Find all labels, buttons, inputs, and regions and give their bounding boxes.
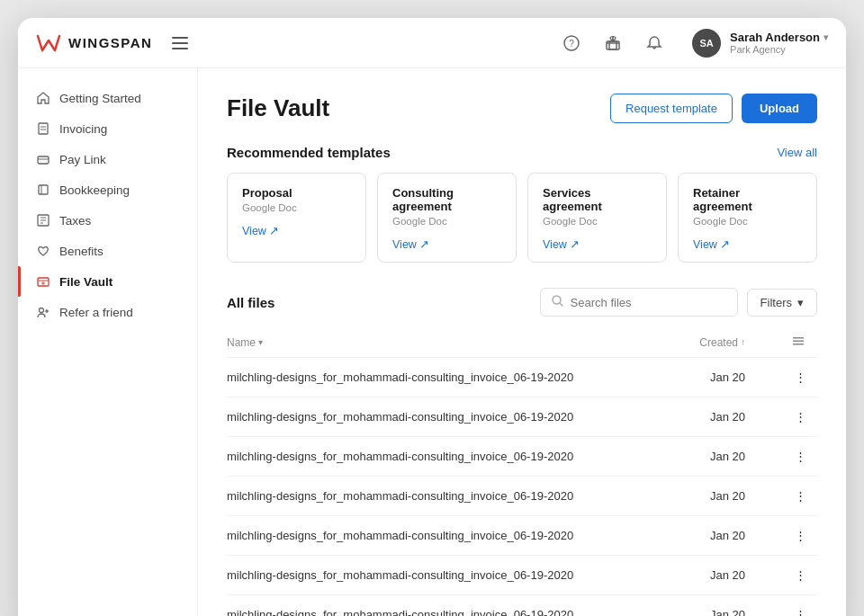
template-name-0: Proposal <box>242 186 351 200</box>
home-icon <box>36 91 50 105</box>
templates-grid: Proposal Google Doc View ↗ Consulting ag… <box>227 173 817 263</box>
sidebar-item-bookkeeping[interactable]: Bookkeeping <box>18 174 197 205</box>
svg-point-18 <box>42 282 44 284</box>
user-info: Sarah Anderson ▾ Park Agency <box>730 31 828 55</box>
all-files-title: All files <box>227 295 274 310</box>
template-type-3: Google Doc <box>693 216 802 227</box>
file-menu-button[interactable]: ⋮ <box>781 556 817 595</box>
header-actions: Request template Upload <box>610 94 817 123</box>
gift-icon[interactable] <box>600 31 626 56</box>
table-row: milchling-designs_for_mohammadi-consulti… <box>227 437 817 477</box>
file-name-cell: milchling-designs_for_mohammadi-consulti… <box>227 358 667 397</box>
table-row: milchling-designs_for_mohammadi-consulti… <box>227 477 817 516</box>
table-row: milchling-designs_for_mohammadi-consulti… <box>227 595 817 617</box>
template-view-link-1[interactable]: View ↗ <box>392 237 501 251</box>
svg-rect-25 <box>793 341 804 343</box>
svg-text:?: ? <box>569 39 574 49</box>
hamburger-menu[interactable] <box>172 37 188 49</box>
search-input[interactable] <box>571 296 726 309</box>
file-menu-button[interactable]: ⋮ <box>781 358 817 397</box>
taxes-icon <box>36 213 50 228</box>
file-name-cell: milchling-designs_for_mohammadi-consulti… <box>227 437 667 477</box>
file-menu-button[interactable]: ⋮ <box>781 516 817 556</box>
table-row: milchling-designs_for_mohammadi-consulti… <box>227 516 817 556</box>
nav-icons: ? SA <box>559 29 828 58</box>
col-header-name[interactable]: Name ▾ <box>227 327 667 358</box>
sidebar-item-taxes[interactable]: Taxes <box>18 205 197 236</box>
benefits-icon <box>36 244 50 258</box>
request-template-button[interactable]: Request template <box>610 94 733 123</box>
user-area[interactable]: SA Sarah Anderson ▾ Park Agency <box>692 29 828 58</box>
filters-chevron-icon: ▾ <box>797 296 804 309</box>
file-date-cell: Jan 20 <box>667 437 781 477</box>
sidebar-item-pay-link[interactable]: Pay Link <box>18 144 197 174</box>
svg-point-19 <box>40 308 44 313</box>
file-date-cell: Jan 20 <box>667 595 781 617</box>
logo-text: WINGSPAN <box>68 35 152 50</box>
file-menu-button[interactable]: ⋮ <box>781 437 817 477</box>
logo-area: WINGSPAN <box>36 33 559 53</box>
help-icon[interactable]: ? <box>559 31 584 56</box>
search-icon <box>552 295 563 309</box>
template-type-2: Google Doc <box>543 216 652 227</box>
svg-line-23 <box>560 303 562 306</box>
file-menu-button[interactable]: ⋮ <box>781 397 817 437</box>
top-nav: WINGSPAN ? <box>18 18 846 68</box>
table-row: milchling-designs_for_mohammadi-consulti… <box>227 397 817 437</box>
search-and-filter: Filters ▾ <box>540 288 817 317</box>
table-row: milchling-designs_for_mohammadi-consulti… <box>227 556 817 595</box>
sidebar-item-benefits[interactable]: Benefits <box>18 236 197 266</box>
sidebar-item-file-vault[interactable]: File Vault <box>18 266 197 297</box>
page-header: File Vault Request template Upload <box>227 94 817 123</box>
table-row: milchling-designs_for_mohammadi-consulti… <box>227 358 817 397</box>
svg-rect-10 <box>39 185 48 194</box>
file-date-cell: Jan 20 <box>667 556 781 595</box>
template-view-link-0[interactable]: View ↗ <box>242 224 351 237</box>
templates-section-title: Recommended templates <box>227 145 391 160</box>
file-name-cell: milchling-designs_for_mohammadi-consulti… <box>227 516 667 556</box>
template-card-0: Proposal Google Doc View ↗ <box>227 173 366 263</box>
refer-icon <box>36 305 50 319</box>
col-header-created[interactable]: Created ↑ <box>667 327 781 358</box>
main-layout: Getting Started Invoicing Pay Link Bookk… <box>18 68 846 616</box>
app-frame: WINGSPAN ? <box>18 18 846 616</box>
sidebar-item-getting-started[interactable]: Getting Started <box>18 83 197 113</box>
bookkeeping-icon <box>36 183 50 197</box>
template-view-link-2[interactable]: View ↗ <box>543 237 652 251</box>
template-type-1: Google Doc <box>392 216 501 227</box>
template-card-1: Consulting agreement Google Doc View ↗ <box>377 173 517 263</box>
column-options-icon[interactable] <box>792 335 805 347</box>
template-name-1: Consulting agreement <box>392 186 501 213</box>
sidebar-item-refer-a-friend[interactable]: Refer a friend <box>18 297 197 327</box>
file-date-cell: Jan 20 <box>667 516 781 556</box>
notification-icon[interactable] <box>642 31 667 56</box>
upload-button[interactable]: Upload <box>742 94 817 123</box>
template-card-3: Retainer agreement Google Doc View ↗ <box>678 173 817 263</box>
template-name-2: Services agreement <box>543 186 652 213</box>
file-name-cell: milchling-designs_for_mohammadi-consulti… <box>227 595 667 617</box>
file-menu-button[interactable]: ⋮ <box>781 595 817 617</box>
file-vault-icon <box>36 274 50 289</box>
sidebar-item-invoicing[interactable]: Invoicing <box>18 113 197 144</box>
main-content: File Vault Request template Upload Recom… <box>198 68 846 616</box>
file-name-cell: milchling-designs_for_mohammadi-consulti… <box>227 556 667 595</box>
view-all-link[interactable]: View all <box>777 146 817 159</box>
template-type-0: Google Doc <box>242 202 351 213</box>
file-date-cell: Jan 20 <box>667 397 781 437</box>
avatar: SA <box>692 29 721 58</box>
name-sort-icon: ▾ <box>258 337 263 347</box>
page-title: File Vault <box>227 94 329 122</box>
filters-button[interactable]: Filters ▾ <box>747 289 817 317</box>
user-name: Sarah Anderson ▾ <box>730 31 828 44</box>
svg-rect-8 <box>38 156 49 164</box>
template-view-link-3[interactable]: View ↗ <box>693 237 802 251</box>
file-date-cell: Jan 20 <box>667 358 781 397</box>
invoice-icon <box>36 121 50 136</box>
wingspan-logo-icon <box>36 33 61 53</box>
col-header-actions <box>781 327 817 358</box>
template-card-2: Services agreement Google Doc View ↗ <box>527 173 667 263</box>
svg-rect-5 <box>39 123 48 134</box>
file-menu-button[interactable]: ⋮ <box>781 477 817 516</box>
user-agency: Park Agency <box>730 44 828 55</box>
file-name-cell: milchling-designs_for_mohammadi-consulti… <box>227 397 667 437</box>
